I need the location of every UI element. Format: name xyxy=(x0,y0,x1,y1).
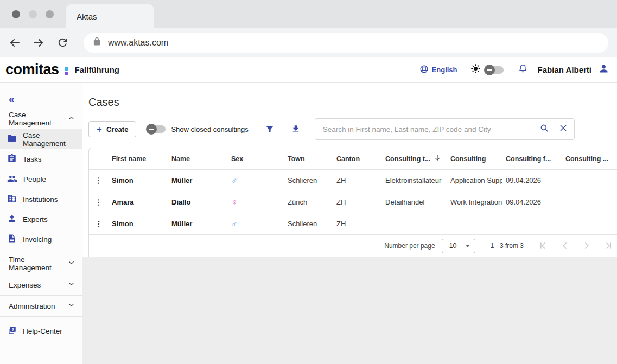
search-icon[interactable] xyxy=(539,123,549,135)
brand-mark-icon xyxy=(65,67,68,75)
sidebar-item-label: Case Management xyxy=(23,131,82,148)
column-header-consulting-last[interactable]: Consulting ... xyxy=(562,155,617,163)
sidebar-item-institutions[interactable]: Institutions xyxy=(0,189,82,209)
per-page-select[interactable]: 10 xyxy=(442,239,475,253)
sidebar-collapse-button[interactable]: « xyxy=(0,83,82,104)
cell-name: Diallo xyxy=(168,198,228,206)
sort-descending-icon xyxy=(434,154,441,163)
sidebar-item-experts[interactable]: Experts xyxy=(0,209,82,229)
search-input[interactable] xyxy=(323,125,539,133)
sidebar-item-label: Experts xyxy=(23,215,48,223)
address-bar[interactable]: www.aktas.com xyxy=(84,33,608,53)
sidebar-item-tasks[interactable]: Tasks xyxy=(0,149,82,169)
page-title: Cases xyxy=(88,96,617,108)
column-header-first-name[interactable]: First name xyxy=(109,155,168,163)
sidebar-item-label: Institutions xyxy=(23,195,58,203)
content-background xyxy=(82,257,617,364)
sun-icon xyxy=(470,63,481,76)
sidebar-item-invoicing[interactable]: Invoicing xyxy=(0,229,82,250)
sidebar-group-expenses[interactable]: Expenses xyxy=(0,274,82,295)
back-icon[interactable] xyxy=(8,36,22,50)
first-page-icon[interactable] xyxy=(538,240,549,251)
next-page-icon[interactable] xyxy=(581,240,592,251)
cell-town: Schlieren xyxy=(284,220,333,228)
table-row[interactable]: Simon Müller ♂ Schlieren ZH Elektroinsta… xyxy=(89,170,617,191)
notifications-bell-icon[interactable] xyxy=(518,63,528,76)
download-icon[interactable] xyxy=(291,124,301,134)
cell-town: Zürich xyxy=(284,198,333,206)
sidebar-divider xyxy=(0,316,82,317)
cell-canton: ZH xyxy=(333,220,382,228)
toolbar: + Create Show closed consultings xyxy=(88,118,617,140)
main-content: Cases + Create Show closed consultings xyxy=(82,83,617,364)
cell-consulting-type: Detailhandel xyxy=(382,198,447,206)
browser-tabstrip: Aktas xyxy=(0,0,617,28)
create-button[interactable]: + Create xyxy=(88,121,136,137)
browser-window: Aktas www.aktas.com comitas Fallführung xyxy=(0,0,617,364)
person-icon xyxy=(7,214,17,225)
cell-first-name: Simon xyxy=(109,220,168,228)
column-header-consulting[interactable]: Consulting xyxy=(447,155,502,163)
sidebar-item-help-center[interactable]: ? Help-Center xyxy=(0,321,82,341)
sidebar-group-administration[interactable]: Administration xyxy=(0,296,82,316)
invoice-icon xyxy=(7,234,17,245)
window-minimize-button[interactable] xyxy=(29,10,37,18)
row-menu-icon[interactable] xyxy=(89,220,109,228)
cell-first-name: Amara xyxy=(109,198,168,206)
user-avatar-icon[interactable] xyxy=(598,63,609,76)
sidebar-item-people[interactable]: People xyxy=(0,169,82,189)
per-page-label: Number per page xyxy=(384,242,435,250)
browser-tab[interactable]: Aktas xyxy=(66,4,154,28)
column-header-name[interactable]: Name xyxy=(168,155,228,163)
cell-canton: ZH xyxy=(333,198,382,206)
browser-tab-title: Aktas xyxy=(77,12,97,21)
cell-first-name: Simon xyxy=(109,176,168,184)
window-close-button[interactable] xyxy=(12,10,20,18)
brand-logo: comitas xyxy=(5,61,59,78)
user-name[interactable]: Fabian Alberti xyxy=(538,65,591,74)
tasks-icon xyxy=(7,154,17,165)
people-icon xyxy=(7,174,17,186)
previous-page-icon[interactable] xyxy=(559,240,570,251)
column-header-town[interactable]: Town xyxy=(284,155,333,163)
table-row[interactable]: Amara Diallo ♀ Zürich ZH Detailhandel Wo… xyxy=(89,191,617,213)
column-header-canton[interactable]: Canton xyxy=(333,155,382,163)
row-menu-icon[interactable] xyxy=(89,176,109,185)
column-header-sex[interactable]: Sex xyxy=(228,155,284,163)
cell-consulting-from: 09.04.2026 xyxy=(502,198,562,206)
column-header-consulting-type[interactable]: Consulting t... xyxy=(382,154,447,163)
chevron-up-icon xyxy=(67,114,75,124)
sidebar-group-case-management[interactable]: Case Management xyxy=(0,108,82,129)
forward-icon[interactable] xyxy=(31,36,46,50)
clear-search-icon[interactable] xyxy=(559,124,568,135)
app-header: comitas Fallführung English Fabian Alber… xyxy=(0,57,617,83)
row-menu-icon[interactable] xyxy=(89,198,109,207)
cell-consulting: Work Integration xyxy=(447,198,502,206)
sidebar-item-label: People xyxy=(23,175,46,183)
reload-icon[interactable] xyxy=(55,36,69,50)
show-closed-consultings-toggle[interactable] xyxy=(147,125,166,133)
sidebar-group-label: Expenses xyxy=(9,281,41,289)
window-zoom-button[interactable] xyxy=(46,10,54,18)
sidebar-item-case-management[interactable]: Case Management xyxy=(0,129,82,149)
chevron-down-icon xyxy=(67,259,75,269)
pagination-range: 1 - 3 from 3 xyxy=(491,242,524,250)
theme-toggle[interactable] xyxy=(485,66,504,74)
sidebar-group-time-management[interactable]: Time Management xyxy=(0,253,82,274)
language-selector[interactable]: English xyxy=(419,65,457,75)
toggle-knob xyxy=(146,124,157,135)
column-header-consulting-from[interactable]: Consulting f... xyxy=(502,155,562,163)
cell-consulting-type: Elektroinstallateur xyxy=(382,176,447,184)
sidebar: « Case Management Case Management Tasks … xyxy=(0,83,82,364)
chevron-down-icon xyxy=(67,301,75,311)
url-text: www.aktas.com xyxy=(108,38,168,48)
browser-navbar: www.aktas.com xyxy=(0,28,617,57)
table-row[interactable]: Simon Müller ♂ Schlieren ZH xyxy=(89,213,617,235)
building-icon xyxy=(7,194,17,205)
help-icon: ? xyxy=(7,325,17,337)
svg-text:?: ? xyxy=(12,327,15,332)
sidebar-group-label: Case Management xyxy=(9,111,67,127)
last-page-icon[interactable] xyxy=(603,240,614,251)
window-controls xyxy=(0,10,66,28)
filter-icon[interactable] xyxy=(265,124,275,134)
